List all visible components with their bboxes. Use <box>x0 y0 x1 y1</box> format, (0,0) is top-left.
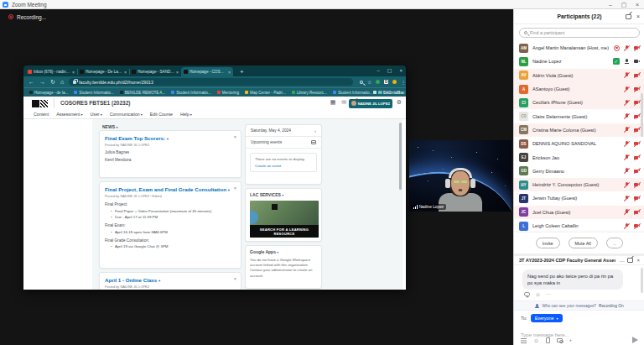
emoji-icon[interactable]: ☺ <box>535 291 541 297</box>
popout-icon[interactable] <box>626 14 631 19</box>
news-item-title-link[interactable]: Final Project, Exam and Final Grade Cons… <box>105 186 236 192</box>
recording-indicator[interactable]: Recording... <box>8 13 46 21</box>
tab-close-icon[interactable]: × <box>176 70 179 75</box>
chat-privacy-bar[interactable]: Who can see your messages? Recording On <box>514 301 644 311</box>
dismiss-icon[interactable]: × <box>234 276 236 281</box>
window-close-button[interactable]: × <box>631 0 644 9</box>
participant-search-input[interactable] <box>530 30 635 35</box>
chat-scrollbar[interactable] <box>641 268 643 293</box>
bookmark-item[interactable]: Student Informatio... <box>171 91 210 95</box>
bookmark-item[interactable]: Map Center - Padri... <box>245 91 286 95</box>
recipient-selector[interactable]: Everyone▾ <box>531 314 563 322</box>
all-bookmarks-button[interactable]: All Bookmarks <box>373 91 402 95</box>
participant-row[interactable]: HYHeindritz Y. Concepcion (Guest) <box>514 178 644 191</box>
attach-file-icon[interactable] <box>546 337 551 343</box>
emoji-icon[interactable]: ☺ <box>533 337 539 343</box>
forward-icon[interactable]: → <box>39 76 45 87</box>
gear-icon[interactable]: ⚙ <box>397 99 402 106</box>
participant-row[interactable]: CMCristina Marie Coloma (Guest) <box>514 123 644 137</box>
page-scrollbar[interactable] <box>399 123 402 190</box>
extension-icon-d2l[interactable]: D <box>384 80 388 84</box>
participant-row[interactable]: JTJerwin Tubay (Guest) <box>514 191 644 205</box>
browser-close-button[interactable]: × <box>399 65 402 76</box>
calendar-icon[interactable] <box>311 140 316 144</box>
app-grid-icon[interactable]: ▦ <box>330 99 336 106</box>
news-widget-label[interactable]: NEWS ▾ <box>102 124 117 129</box>
tab-close-icon[interactable]: × <box>228 70 231 75</box>
participant-search[interactable] <box>519 28 640 38</box>
tab-close-icon[interactable]: × <box>124 70 127 75</box>
dismiss-icon[interactable]: × <box>234 134 236 139</box>
lac-banner-image[interactable]: SEARCH FOR A LEARNING RESOURCE <box>250 201 319 238</box>
news-item-title-link[interactable]: Final Exam Top Scorers: ▾ <box>105 135 236 141</box>
back-icon[interactable]: ← <box>29 76 34 87</box>
address-bar[interactable]: faculty.benilde.edu.ph/d2l/home/29013 <box>69 78 353 86</box>
refresh-icon[interactable]: ↻ <box>50 76 55 87</box>
tab-title: Homepage - COSORES FBTS... <box>190 70 226 74</box>
browser-menu-icon[interactable]: ⋮ <box>401 79 406 85</box>
dismiss-icon[interactable]: × <box>234 186 236 191</box>
bookmark-item[interactable]: Student Informatio... <box>74 91 113 95</box>
bookmark-item[interactable]: Mentoring <box>217 91 239 95</box>
extension-icon-green[interactable] <box>376 80 380 84</box>
participant-row[interactable]: AMAngel Martin Manalansan (Host, me) <box>514 41 644 55</box>
nav-item-edit-course[interactable]: Edit Course <box>150 112 173 117</box>
nav-item-user[interactable]: User ▾ <box>91 112 102 117</box>
bookmark-item[interactable]: BENILDE REMOTE A... <box>120 91 166 95</box>
more-button[interactable]: ... <box>606 238 624 248</box>
browser-tab[interactable]: Inbox (678) - nadinejl.lopez× <box>25 67 77 76</box>
more-icon[interactable]: ⋯ <box>546 291 551 297</box>
home-icon[interactable]: ⌂ <box>60 76 64 87</box>
google-apps-label[interactable]: Google Apps ▾ <box>250 249 317 254</box>
chat-more-icon[interactable]: ⋯ <box>619 258 624 264</box>
new-tab-button[interactable]: + <box>240 67 244 76</box>
window-maximize-button[interactable]: ▢ <box>617 0 631 9</box>
screenshot-icon[interactable] <box>557 338 563 343</box>
browser-minimize-button[interactable]: – <box>377 65 379 76</box>
format-icon[interactable] <box>521 338 527 343</box>
participant-row[interactable]: DSDENNIS AQUINO SANDOVAL <box>514 137 644 150</box>
mail-icon[interactable]: ✉ <box>341 99 346 106</box>
nav-item-assessment[interactable]: Assessment ▾ <box>56 112 82 117</box>
bookmark-star-icon[interactable]: ☆ <box>367 79 371 85</box>
nav-item-help[interactable]: Help ▾ <box>180 112 192 117</box>
browser-maximize-button[interactable]: ▢ <box>387 65 392 76</box>
window-minimize-button[interactable]: – <box>604 0 617 9</box>
nav-item-communication[interactable]: Communication ▾ <box>110 112 143 117</box>
popout-icon[interactable] <box>627 258 633 263</box>
bookmark-item[interactable]: Library Resourc... <box>292 91 327 95</box>
tab-close-icon[interactable]: × <box>72 70 75 75</box>
search-icon[interactable] <box>360 81 363 84</box>
mute-all-button[interactable]: Mute All <box>569 238 598 248</box>
participant-row[interactable]: JCJoel Chua (Guest) <box>514 206 644 219</box>
nav-item-content[interactable]: Content <box>34 112 49 117</box>
participant-row[interactable]: CDClaire Delarmente (Guest) <box>514 109 644 123</box>
invite-button[interactable]: Invite <box>536 238 560 248</box>
participant-list: AMAngel Martin Manalansan (Host, me)NLNa… <box>514 41 644 233</box>
participant-row[interactable]: AVAldrin Viola (Guest) <box>514 69 644 82</box>
extension-icon-yellow[interactable] <box>392 80 397 84</box>
user-menu-chip[interactable]: NADINE JIL LOPEZ <box>349 99 392 108</box>
bookmark-item[interactable]: Student Informatio... <box>333 91 372 95</box>
participant-row[interactable]: AASantoyo (Guest) <box>514 82 644 96</box>
calendar-next-icon[interactable]: › <box>314 128 316 133</box>
participant-row[interactable]: NLNadine Lopez <box>514 55 644 68</box>
participant-row[interactable]: CICecilia's iPhone (Guest) <box>514 96 644 109</box>
browser-tab[interactable]: Homepage - SANDBOX_GPC...× <box>129 67 181 76</box>
create-event-link[interactable]: Create an event <box>255 164 312 168</box>
close-icon[interactable]: × <box>636 258 640 263</box>
browser-tab[interactable]: Homepage - COSORES FBTS...× <box>181 67 233 76</box>
bookmark-item[interactable]: Homepage - de la... <box>29 91 68 95</box>
participant-row[interactable]: GDGerry Dimaano <box>514 165 644 178</box>
browser-tab[interactable]: Homepage - De La Salle Colle...× <box>77 67 129 76</box>
video-tile[interactable]: Nadine Lopez <box>409 140 512 212</box>
news-item-title-link[interactable]: April 1 - Online Class ▾ <box>105 277 236 283</box>
reply-icon[interactable] <box>524 292 530 296</box>
participant-row[interactable]: EJErickson Jao <box>514 150 644 164</box>
participant-row[interactable]: LLeigh Coleen Caballin <box>514 219 644 233</box>
send-icon[interactable] <box>632 337 638 343</box>
lac-services-label[interactable]: LAC SERVICES ▾ <box>250 192 317 197</box>
close-icon[interactable]: × <box>636 13 640 19</box>
participant-list-scrollbar[interactable] <box>641 93 643 137</box>
chevron-down-icon[interactable]: ▾ <box>569 338 571 342</box>
